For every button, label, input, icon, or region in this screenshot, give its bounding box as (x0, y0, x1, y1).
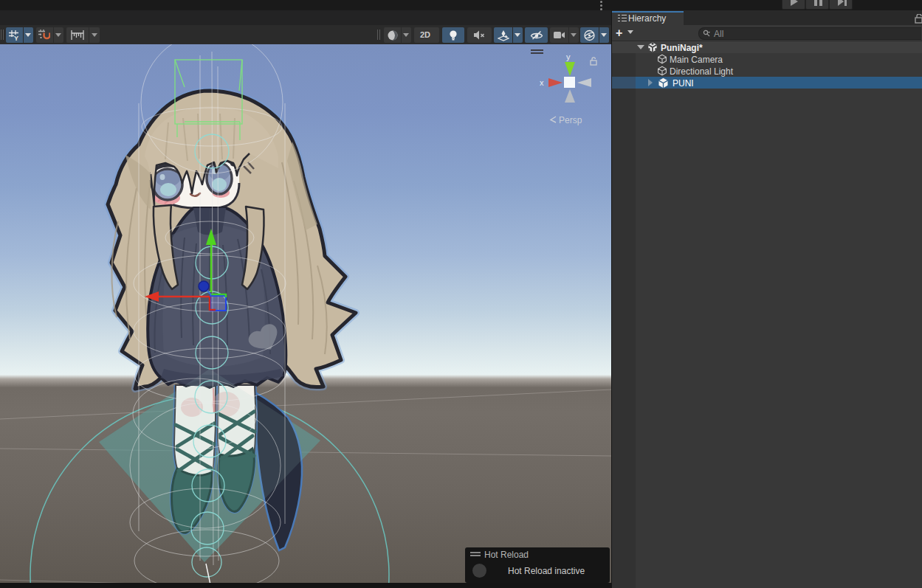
svg-text:x: x (540, 78, 544, 87)
svg-text:Y: Y (14, 35, 18, 41)
svg-text:y: y (566, 52, 571, 61)
svg-text:Persp: Persp (559, 115, 582, 125)
